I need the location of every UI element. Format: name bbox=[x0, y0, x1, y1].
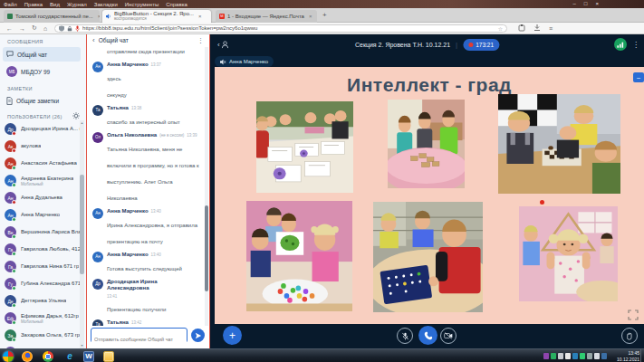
tab-close-icon[interactable]: × bbox=[309, 14, 312, 19]
scrollbar-thumb[interactable] bbox=[205, 205, 208, 291]
talking-indicator[interactable]: Анна Марченко bbox=[215, 56, 274, 67]
actions-plus-button[interactable]: + bbox=[223, 326, 242, 345]
maximize-icon[interactable]: □ bbox=[584, 0, 588, 8]
shared-notes-label: Общие заметки bbox=[16, 98, 59, 104]
user-row[interactable]: АнАнна Марченко bbox=[0, 206, 80, 224]
user-row[interactable]: ГаГаврилова Нина 671 гр bbox=[0, 258, 80, 275]
taskbar-explorer-icon[interactable] bbox=[103, 351, 114, 362]
slide-photo-block-building bbox=[388, 100, 465, 188]
mic-in-use-icon[interactable] bbox=[75, 25, 80, 32]
recording-time: 173:21 bbox=[476, 42, 494, 48]
taskbar-firefox-icon[interactable] bbox=[22, 351, 33, 362]
user-row[interactable]: ГаГаврилова Любовь, 412гр. bbox=[0, 241, 80, 258]
taskbar-chrome-icon[interactable] bbox=[43, 351, 53, 362]
topbar-right: ⋮ bbox=[614, 34, 639, 54]
sidebar-item-mdou[interactable]: МБ МБДОУ 99 bbox=[3, 64, 81, 79]
taskbar-ie-icon[interactable]: e bbox=[64, 351, 75, 362]
close-icon[interactable]: × bbox=[595, 0, 599, 8]
user-row[interactable]: АнАндреева ЕкатеринаМобильный bbox=[0, 172, 80, 189]
message-text: спасибо за интересный опыт bbox=[107, 119, 180, 125]
start-button[interactable] bbox=[3, 351, 14, 362]
user-row[interactable]: ГуГубина Александра 671 bbox=[0, 275, 80, 292]
tab-tspu[interactable]: Томский государственный пе... × bbox=[4, 10, 100, 23]
user-name: Захарова Ольга, 673 гр. bbox=[21, 332, 80, 338]
chat-message: АнАнна Марченко13:40Ирина Александровна,… bbox=[92, 208, 200, 247]
tray-icon[interactable] bbox=[572, 353, 578, 359]
home-icon[interactable]: ⌂ bbox=[43, 25, 47, 32]
minimize-icon[interactable]: – bbox=[573, 0, 576, 8]
presentation-slide[interactable]: Интеллект - град bbox=[215, 67, 644, 324]
options-menu-icon[interactable]: ⋮ bbox=[632, 41, 639, 49]
connection-status-icon[interactable] bbox=[614, 38, 627, 51]
user-row[interactable]: ЕфЕфимова Дарья, 612грМобильный bbox=[0, 310, 80, 327]
status-badge bbox=[12, 131, 16, 136]
tab-close-icon[interactable]: × bbox=[198, 14, 202, 19]
slide-photo-geoboard bbox=[373, 202, 483, 312]
tab-yandex-mail[interactable]: M 1 - Входящие — Яндекс.Почта × bbox=[216, 10, 317, 23]
status-badge bbox=[12, 286, 16, 291]
tray-network-icon[interactable] bbox=[594, 353, 600, 359]
tray-icon[interactable] bbox=[565, 353, 571, 359]
menu-help[interactable]: Справка bbox=[166, 2, 187, 7]
show-desktop-button[interactable] bbox=[640, 349, 644, 362]
menu-history[interactable]: Журнал bbox=[67, 2, 87, 7]
taskbar-clock[interactable]: 13:45 10.12.2021 bbox=[605, 350, 639, 362]
user-row[interactable]: Акакулова bbox=[0, 138, 80, 155]
minimize-presentation-button[interactable]: – bbox=[633, 72, 644, 82]
forward-icon[interactable]: → bbox=[19, 25, 25, 32]
tab-close-icon[interactable]: × bbox=[98, 14, 100, 19]
menu-view[interactable]: Вид bbox=[50, 2, 60, 7]
user-row[interactable]: АнАнастасия Астафьева bbox=[0, 155, 80, 172]
user-row[interactable]: ЗаЗахарова Ольга, 673 гр. bbox=[0, 327, 80, 344]
send-message-button[interactable] bbox=[191, 329, 205, 342]
user-row[interactable]: ДрДроздецкая Ирина А... (Вы) bbox=[0, 120, 80, 138]
scroll-down-icon[interactable]: ▼ bbox=[80, 344, 84, 348]
tray-icon[interactable] bbox=[551, 353, 556, 359]
sidebar-item-shared-notes[interactable]: Общие заметки bbox=[3, 93, 81, 108]
user-row[interactable]: ВеВершинина Лариса Влад... bbox=[0, 224, 80, 241]
back-icon[interactable]: ← bbox=[6, 25, 13, 32]
recording-indicator[interactable]: 173:21 bbox=[463, 39, 499, 51]
reload-icon[interactable]: ↻ bbox=[32, 24, 37, 32]
shield-icon[interactable] bbox=[59, 25, 64, 32]
chat-message: ДрДроздецкая Ирина Александровна13:41Пре… bbox=[92, 279, 200, 315]
status-badge bbox=[12, 320, 16, 325]
toggle-userlist-button[interactable]: ‹ bbox=[217, 41, 229, 49]
status-badge bbox=[12, 269, 16, 273]
raise-hand-button[interactable] bbox=[621, 328, 638, 344]
tray-volume-icon[interactable] bbox=[587, 353, 592, 359]
tray-icon[interactable] bbox=[543, 353, 549, 359]
new-tab-button[interactable]: + bbox=[322, 11, 327, 19]
chat-scrollbar[interactable] bbox=[205, 47, 208, 326]
avatar: Ол bbox=[92, 132, 103, 143]
scroll-up-icon[interactable]: ▲ bbox=[80, 121, 84, 125]
url-text[interactable]: https://bbb8.tspu.edu.ru/html5client/joi… bbox=[82, 25, 495, 31]
menu-bookmarks[interactable]: Закладки bbox=[94, 2, 118, 7]
hamburger-menu-icon[interactable]: ≡ bbox=[549, 25, 553, 32]
menu-tools[interactable]: Инструменты bbox=[125, 2, 159, 7]
mute-microphone-button[interactable] bbox=[397, 328, 413, 344]
browser-navbar: ← → ↻ ⌂ https://bbb8.tspu.edu.ru/html5cl… bbox=[0, 23, 644, 34]
chat-options-icon[interactable]: ⋮ bbox=[197, 37, 204, 44]
taskbar-word-icon[interactable]: W bbox=[83, 351, 94, 362]
bookmark-star-icon[interactable]: ☆ bbox=[498, 25, 503, 32]
tray-icon[interactable] bbox=[580, 353, 585, 359]
menu-edit[interactable]: Правка bbox=[24, 2, 43, 7]
sidebar-item-public-chat[interactable]: Общий чат bbox=[3, 47, 81, 62]
audio-button[interactable] bbox=[418, 326, 437, 345]
chat-back-icon[interactable]: ‹ bbox=[92, 36, 95, 44]
fullscreen-icon[interactable] bbox=[628, 310, 639, 320]
menu-file[interactable]: Файл bbox=[4, 2, 17, 7]
url-bar[interactable]: https://bbb8.tspu.edu.ru/html5client/joi… bbox=[54, 24, 507, 33]
chat-input[interactable] bbox=[91, 333, 187, 347]
extensions-icon[interactable] bbox=[518, 24, 525, 32]
tab-bigbluebutton[interactable]: BigBlueButton - Секция 2. Яро... воспрои… bbox=[102, 10, 211, 23]
scrollbar-thumb[interactable] bbox=[80, 175, 84, 274]
webcam-off-button[interactable] bbox=[440, 328, 457, 344]
download-icon[interactable] bbox=[533, 24, 541, 32]
users-scrollbar[interactable]: ▲ ▼ bbox=[80, 120, 84, 348]
user-row[interactable]: ДеДегтярева Ульяна bbox=[0, 292, 80, 310]
gear-icon[interactable] bbox=[72, 112, 80, 119]
tray-icon[interactable] bbox=[558, 353, 563, 359]
user-row[interactable]: АнАнна Дудальева bbox=[0, 189, 80, 206]
